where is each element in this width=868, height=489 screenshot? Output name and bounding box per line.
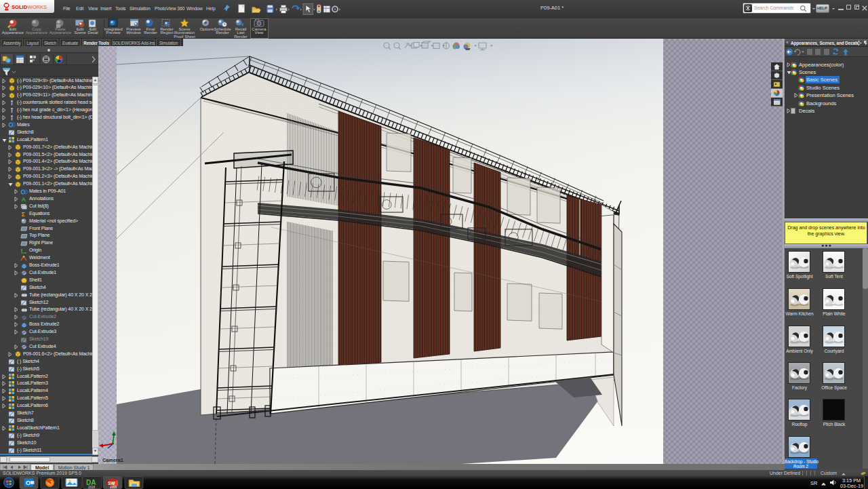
svg-text:Σ: Σ [22, 211, 26, 218]
svg-text:SOLID: SOLID [12, 4, 28, 10]
svg-text:O: O [26, 480, 31, 486]
svg-text:2018: 2018 [88, 486, 96, 489]
svg-text:A: A [22, 196, 26, 203]
svg-text:WORKS: WORKS [28, 4, 47, 10]
svg-text:2019: 2019 [110, 486, 117, 489]
